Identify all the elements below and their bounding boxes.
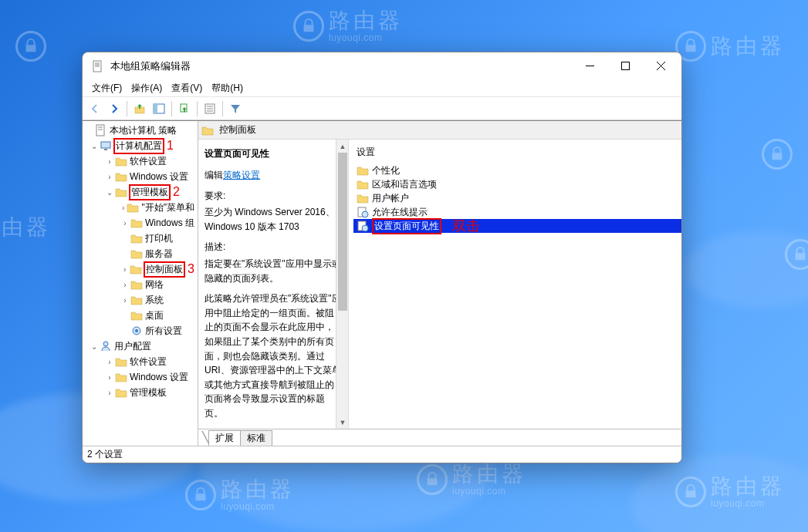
tree-desktop[interactable]: 桌面 bbox=[83, 308, 198, 323]
collapse-toggle[interactable]: ⌄ bbox=[104, 188, 115, 197]
close-button[interactable] bbox=[643, 54, 678, 79]
setting-user-accounts[interactable]: 用户帐户 bbox=[353, 191, 681, 205]
tree-u-windows[interactable]: › Windows 设置 bbox=[83, 369, 198, 385]
properties-button[interactable] bbox=[201, 99, 219, 118]
expand-toggle[interactable]: › bbox=[104, 373, 115, 382]
expand-toggle[interactable]: › bbox=[104, 358, 115, 366]
folder-icon bbox=[130, 278, 143, 291]
expand-toggle[interactable]: › bbox=[120, 281, 130, 289]
expand-toggle[interactable]: › bbox=[120, 219, 130, 227]
toolbar bbox=[83, 97, 681, 120]
statusbar: 2 个设置 bbox=[83, 446, 681, 463]
gpedit-window: 本地组策略编辑器 文件(F) 操作(A) 查看(V) 帮助(H) 本地计算机 策 bbox=[82, 52, 682, 463]
menu-view[interactable]: 查看(V) bbox=[167, 80, 207, 96]
edit-prefix: 编辑 bbox=[205, 170, 223, 180]
tree-root[interactable]: 本地计算机 策略 bbox=[83, 123, 198, 138]
tabs: ╲ 扩展 标准 bbox=[198, 429, 681, 446]
setting-allow-online[interactable]: 允许在线提示 bbox=[353, 205, 681, 219]
setting-title: 设置页面可见性 bbox=[205, 147, 342, 160]
watermark-domain: luyouqi.com bbox=[329, 33, 403, 43]
svg-point-23 bbox=[103, 342, 108, 346]
expand-toggle[interactable]: › bbox=[104, 173, 115, 181]
tree-admin-templates[interactable]: ⌄ 管理模板 2 bbox=[83, 184, 198, 200]
menu-file[interactable]: 文件(F) bbox=[87, 80, 127, 96]
tree-start-menu[interactable]: › "开始"菜单和 bbox=[83, 200, 198, 215]
tree-u-admin[interactable]: › 管理模板 bbox=[83, 385, 198, 400]
folder-icon bbox=[357, 192, 369, 204]
tree-network[interactable]: › 网络 bbox=[83, 277, 198, 292]
folder-icon bbox=[201, 124, 214, 136]
lock-icon bbox=[762, 139, 793, 170]
computer-icon bbox=[100, 140, 112, 152]
menu-action[interactable]: 操作(A) bbox=[127, 80, 167, 96]
folder-icon bbox=[130, 294, 143, 306]
tree-u-software[interactable]: › 软件设置 bbox=[83, 354, 198, 369]
tree-software-settings[interactable]: › 软件设置 bbox=[83, 153, 198, 169]
tree-user-config[interactable]: ⌄ 用户配置 bbox=[83, 338, 198, 354]
requirement-text: 至少为 Windows Server 2016、Windows 10 版本 17… bbox=[205, 205, 342, 234]
up-button[interactable] bbox=[130, 99, 149, 118]
export-button[interactable] bbox=[175, 99, 194, 118]
collapse-toggle[interactable]: ⌄ bbox=[89, 142, 100, 150]
description-p1: 指定要在"系统设置"应用中显示或隐藏的页面列表。 bbox=[205, 257, 342, 285]
svg-point-22 bbox=[135, 329, 138, 332]
tree-computer-config[interactable]: ⌄ 计算机配置 1 bbox=[83, 138, 198, 153]
folder-icon bbox=[127, 201, 139, 214]
tree-pane[interactable]: 本地计算机 策略 ⌄ 计算机配置 1 › 软件设置 › Windows 设置 ⌄ bbox=[83, 121, 198, 446]
scroll-up-icon[interactable]: ▲ bbox=[336, 140, 349, 153]
filter-button[interactable] bbox=[226, 99, 245, 118]
folder-icon bbox=[115, 170, 127, 183]
folder-icon bbox=[130, 232, 143, 244]
settings-header: 设置 bbox=[357, 146, 681, 159]
tab-standard[interactable]: 标准 bbox=[240, 430, 272, 446]
setting-region-language[interactable]: 区域和语言选项 bbox=[353, 177, 681, 191]
tree-windows-settings[interactable]: › Windows 设置 bbox=[83, 169, 198, 184]
minimize-button[interactable] bbox=[572, 54, 607, 79]
show-hide-tree-button[interactable] bbox=[150, 99, 168, 118]
expand-toggle[interactable]: › bbox=[120, 204, 127, 212]
tree-control-panel[interactable]: › 控制面板 3 bbox=[83, 261, 198, 277]
folder-icon bbox=[115, 371, 127, 383]
tree-all-settings[interactable]: 所有设置 bbox=[83, 323, 198, 338]
description-column: 设置页面可见性 编辑策略设置 要求: 至少为 Windows Server 20… bbox=[198, 140, 349, 429]
annotation-1: 1 bbox=[167, 139, 174, 153]
collapse-toggle[interactable]: ⌄ bbox=[89, 342, 100, 351]
settings-icon bbox=[130, 325, 143, 337]
setting-page-visibility[interactable]: 设置页面可见性 双击 bbox=[353, 219, 681, 233]
setting-personalization[interactable]: 个性化 bbox=[353, 163, 681, 177]
expand-toggle[interactable]: › bbox=[120, 265, 130, 274]
edit-policy-link[interactable]: 策略设置 bbox=[223, 170, 260, 180]
scroll-down-icon[interactable]: ▼ bbox=[336, 416, 349, 429]
tab-extended[interactable]: 扩展 bbox=[208, 430, 241, 446]
tree-system[interactable]: › 系统 bbox=[83, 292, 198, 308]
menu-help[interactable]: 帮助(H) bbox=[207, 80, 248, 96]
back-button[interactable] bbox=[86, 99, 104, 118]
menubar: 文件(F) 操作(A) 查看(V) 帮助(H) bbox=[83, 80, 681, 97]
app-icon bbox=[92, 60, 104, 72]
tree-server[interactable]: 服务器 bbox=[83, 246, 198, 261]
folder-icon bbox=[130, 309, 143, 322]
folder-icon bbox=[357, 164, 369, 177]
expand-toggle[interactable]: › bbox=[104, 389, 115, 397]
expand-toggle[interactable]: › bbox=[120, 296, 130, 305]
folder-icon bbox=[357, 178, 369, 190]
svg-rect-5 bbox=[621, 62, 629, 70]
folder-icon bbox=[130, 263, 142, 275]
svg-rect-19 bbox=[101, 142, 110, 148]
titlebar[interactable]: 本地组策略编辑器 bbox=[83, 52, 681, 80]
watermark-brand: 路由器 bbox=[329, 9, 403, 33]
svg-rect-16 bbox=[96, 125, 104, 136]
breadcrumb-label: 控制面板 bbox=[219, 123, 256, 136]
annotation-doubleclick: 双击 bbox=[452, 217, 480, 235]
tree-printers[interactable]: 打印机 bbox=[83, 231, 198, 246]
folder-icon bbox=[130, 217, 143, 229]
tree-windows-components[interactable]: › Windows 组 bbox=[83, 215, 198, 231]
forward-button[interactable] bbox=[105, 99, 123, 118]
window-title: 本地组策略编辑器 bbox=[110, 59, 572, 73]
scrollbar[interactable]: ▲ ▼ bbox=[336, 140, 349, 429]
lock-icon bbox=[15, 31, 46, 62]
svg-point-27 bbox=[362, 225, 368, 231]
expand-toggle[interactable]: › bbox=[104, 157, 115, 166]
maximize-button[interactable] bbox=[607, 54, 643, 79]
description-p2: 此策略允许管理员在"系统设置"应用中阻止给定的一组页面。被阻止的页面不会显示在此… bbox=[205, 291, 342, 420]
